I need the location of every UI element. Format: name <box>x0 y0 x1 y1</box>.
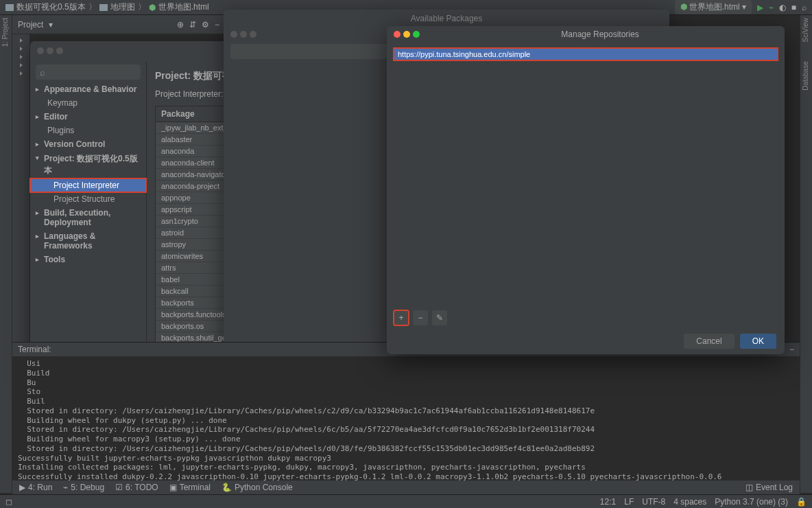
tree-editor[interactable]: Editor <box>30 110 146 124</box>
status-bar: ◻ 12:1 LF UTF-8 4 spaces Python 3.7 (one… <box>0 494 812 508</box>
debug-icon[interactable]: ⌁ <box>769 3 774 12</box>
terminal-header-label: Terminal: <box>18 345 51 354</box>
chevron-down-icon[interactable]: ▾ <box>49 20 53 30</box>
html-file-icon: ⬢ <box>149 3 156 12</box>
run-icon: ▶ <box>19 483 25 492</box>
breadcrumb: 数据可视化0.5版本 〉 地理图 〉 ⬢ 世界地图.html <box>5 1 209 13</box>
lock-icon[interactable]: 🔒 <box>796 497 807 507</box>
project-panel-header: Project ▾ ⊕ ⇵ ⚙ − <box>12 15 225 34</box>
manage-dialog-title: Manage Repositories <box>422 30 778 39</box>
terminal-panel: Terminal: − Usi Build Bu Sto Buil Stored… <box>12 342 800 493</box>
crumb-folder[interactable]: 地理图 <box>110 1 135 13</box>
stop-icon[interactable]: ■ <box>791 3 796 12</box>
folder-icon <box>5 4 14 11</box>
right-tool-rail: SciView Database <box>800 15 812 493</box>
run-config-selector[interactable]: ⬢ 世界地图.html ▾ <box>675 0 752 14</box>
project-rail-tab[interactable]: 1: Project <box>0 15 10 49</box>
manage-repositories-dialog: Manage Repositories https://pypi.tuna.ts… <box>387 26 785 354</box>
database-rail-tab[interactable]: Database <box>800 58 811 93</box>
globe-icon: ⬢ <box>680 2 687 12</box>
interpreter-label: Project Interpreter: <box>155 89 223 99</box>
project-panel-title[interactable]: Project <box>18 20 43 30</box>
zoom-icon[interactable] <box>413 31 420 38</box>
tree-project[interactable]: Project: 数据可视化0.5版本 <box>30 151 146 178</box>
log-icon: ◫ <box>745 483 753 492</box>
terminal-tab[interactable]: ▣Terminal <box>169 483 211 492</box>
minimize-icon[interactable]: − <box>215 20 219 30</box>
run-tab[interactable]: ▶4: Run <box>19 483 52 492</box>
tree-arrow-icon[interactable] <box>20 63 23 67</box>
tree-keymap[interactable]: Keymap <box>30 96 146 110</box>
settings-search[interactable] <box>36 65 141 80</box>
tree-tools[interactable]: Tools <box>30 253 146 266</box>
edit-repo-button[interactable]: ✎ <box>432 310 447 325</box>
chevron-down-icon: ▾ <box>742 2 746 12</box>
avail-dialog-title: Available Packages <box>224 10 669 27</box>
debug-tab[interactable]: ⌁5: Debug <box>63 483 104 492</box>
left-tool-rail: 1: Project <box>0 15 12 493</box>
tree-appearance[interactable]: Appearance & Behavior <box>30 82 146 96</box>
search-icon[interactable]: ⌕ <box>802 3 807 12</box>
repository-url-item[interactable]: https://pypi.tuna.tsinghua.edu.cn/simple <box>394 48 778 60</box>
todo-tab[interactable]: ☑6: TODO <box>115 483 158 492</box>
folder-icon <box>99 4 108 11</box>
python-interpreter-status[interactable]: Python 3.7 (one) (3) <box>715 497 788 507</box>
project-tree-gutter <box>12 34 29 347</box>
tree-vc[interactable]: Version Control <box>30 137 146 151</box>
minimize-icon[interactable] <box>403 31 410 38</box>
tree-build[interactable]: Build, Execution, Deployment <box>30 206 146 229</box>
tree-lang[interactable]: Languages & Frameworks <box>30 229 146 253</box>
pyconsole-tab[interactable]: 🐍Python Console <box>222 483 293 492</box>
terminal-icon: ▣ <box>169 483 177 492</box>
tree-plugins[interactable]: Plugins <box>30 124 146 137</box>
gear-icon[interactable]: ⚙ <box>202 20 209 30</box>
repository-list[interactable]: https://pypi.tuna.tsinghua.edu.cn/simple <box>394 48 778 323</box>
tree-project-structure[interactable]: Project Structure <box>30 192 146 206</box>
run-icon[interactable]: ▶ <box>757 3 763 12</box>
coverage-icon[interactable]: ◐ <box>779 3 786 12</box>
sciview-rail-tab[interactable]: SciView <box>800 15 811 45</box>
crumb-project[interactable]: 数据可视化0.5版本 <box>16 1 86 13</box>
add-repo-button[interactable]: + <box>394 310 409 325</box>
close-icon[interactable] <box>394 31 401 38</box>
cancel-button[interactable]: Cancel <box>684 334 734 349</box>
debug-icon: ⌁ <box>63 483 68 492</box>
tree-project-interpreter[interactable]: Project Interpreter <box>30 178 146 192</box>
caret-pos[interactable]: 12:1 <box>600 497 616 507</box>
target-icon[interactable]: ⊕ <box>177 20 184 30</box>
ok-button[interactable]: OK <box>740 334 776 349</box>
tree-arrow-icon[interactable] <box>20 71 23 76</box>
status-icon[interactable]: ◻ <box>5 497 12 507</box>
bottom-tool-tabs: ▶4: Run ⌁5: Debug ☑6: TODO ▣Terminal 🐍Py… <box>12 481 800 494</box>
eventlog-tab[interactable]: ◫Event Log <box>745 483 793 492</box>
python-icon: 🐍 <box>222 483 232 492</box>
todo-icon: ☑ <box>115 483 123 492</box>
tree-arrow-icon[interactable] <box>20 47 23 51</box>
collapse-icon[interactable]: ⇵ <box>189 20 196 30</box>
settings-tree: Appearance & Behavior Keymap Editor Plug… <box>30 62 147 378</box>
tree-arrow-icon[interactable] <box>20 55 23 59</box>
indent[interactable]: 4 spaces <box>673 497 706 507</box>
crumb-file[interactable]: 世界地图.html <box>158 1 209 13</box>
encoding[interactable]: UTF-8 <box>642 497 665 507</box>
line-sep[interactable]: LF <box>624 497 634 507</box>
tree-arrow-icon[interactable] <box>20 38 23 43</box>
remove-repo-button[interactable]: − <box>413 310 428 325</box>
minimize-icon[interactable]: − <box>789 345 794 354</box>
